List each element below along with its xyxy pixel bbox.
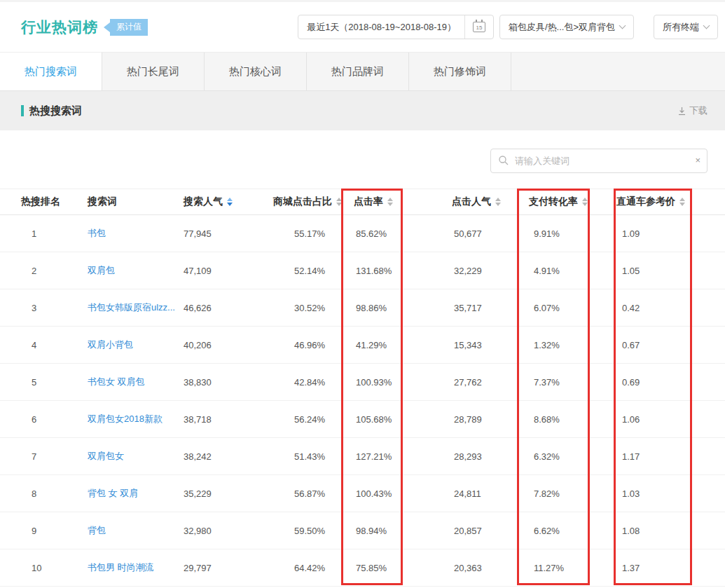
cell-keyword: 书包 <box>88 227 184 240</box>
column-header-mall_click_ratio[interactable]: 商城点击占比 <box>273 196 354 208</box>
tab-modifier[interactable]: 热门修饰词 <box>409 53 511 90</box>
cell-rank: 9 <box>21 526 88 536</box>
sort-icon[interactable] <box>582 198 588 206</box>
cell-pay_conversion: 1.32% <box>529 340 616 350</box>
cell-mall_click_ratio: 42.84% <box>273 377 354 388</box>
column-header-label: 支付转化率 <box>529 196 578 208</box>
table-header: 热搜排名搜索词搜索人气商城点击占比点击率点击人气支付转化率直通车参考价 <box>0 189 725 215</box>
cell-ctr: 100.93% <box>354 377 452 388</box>
cell-keyword: 背包 女 双肩 <box>88 487 184 500</box>
tab-long-tail[interactable]: 热门长尾词 <box>102 53 205 90</box>
column-header-label: 搜索人气 <box>184 196 223 208</box>
cell-ctr: 127.21% <box>354 451 452 462</box>
cell-rank: 8 <box>21 488 88 499</box>
cell-ztc_ref_price: 1.05 <box>616 266 704 276</box>
cell-click_popularity: 28,293 <box>452 451 529 462</box>
cell-click_popularity: 32,229 <box>452 266 529 276</box>
cell-ztc_ref_price: 1.06 <box>616 414 704 425</box>
sort-icon[interactable] <box>387 198 393 206</box>
keyword-link[interactable]: 双肩包女 <box>88 451 124 461</box>
cell-search_popularity: 38,718 <box>184 414 273 425</box>
keyword-link[interactable]: 书包男 时尚潮流 <box>88 562 154 573</box>
section-title-accent-bar <box>21 105 24 116</box>
sort-icon[interactable] <box>227 198 233 206</box>
cell-mall_click_ratio: 56.24% <box>273 414 354 425</box>
keyword-search-box: × <box>490 149 707 173</box>
cell-pay_conversion: 6.07% <box>529 303 616 313</box>
keyword-link[interactable]: 双肩小背包 <box>88 339 133 350</box>
table-row: 2双肩包47,10952.14%131.68%32,2294.91%1.05 <box>0 252 725 289</box>
cell-ztc_ref_price: 1.03 <box>616 488 704 499</box>
column-header-label: 点击率 <box>354 196 383 208</box>
table-row: 7双肩包女38,24251.43%127.21%28,2936.32%1.17 <box>0 438 725 475</box>
keyword-link[interactable]: 书包女韩版原宿ulzz... <box>88 302 175 313</box>
cell-click_popularity: 20,857 <box>452 526 529 536</box>
cell-pay_conversion: 7.82% <box>529 488 616 499</box>
cell-pay_conversion: 9.91% <box>529 228 616 239</box>
column-header-click_popularity[interactable]: 点击人气 <box>452 196 529 208</box>
cell-mall_click_ratio: 30.52% <box>273 303 354 313</box>
tab-hot-search[interactable]: 热门搜索词 <box>0 53 102 90</box>
cell-mall_click_ratio: 55.17% <box>273 228 354 239</box>
cell-pay_conversion: 6.32% <box>529 451 616 462</box>
cell-ctr: 98.86% <box>354 303 452 313</box>
table-row: 6双肩包女2018新款38,71856.24%105.68%28,7898.68… <box>0 401 725 438</box>
keyword-link[interactable]: 背包 女 双肩 <box>88 488 138 498</box>
cell-ctr: 98.94% <box>354 526 452 536</box>
cell-click_popularity: 27,762 <box>452 377 529 388</box>
column-header-search_popularity[interactable]: 搜索人气 <box>184 196 273 208</box>
table-row: 3书包女韩版原宿ulzz...46,62630.52%98.86%35,7176… <box>0 289 725 327</box>
column-header-label: 直通车参考价 <box>616 196 675 208</box>
cell-rank: 3 <box>21 303 88 313</box>
calendar-icon: 15 <box>473 22 485 32</box>
hot-words-table: 热搜排名搜索词搜索人气商城点击占比点击率点击人气支付转化率直通车参考价 1书包7… <box>0 189 725 587</box>
industry-hot-words-page: 行业热词榜 累计值 最近1天（2018-08-19~2018-08-19） 15… <box>0 0 725 588</box>
cell-pay_conversion: 11.27% <box>529 563 616 573</box>
cell-search_popularity: 46,626 <box>184 303 273 313</box>
column-header-keyword: 搜索词 <box>88 196 184 208</box>
cell-mall_click_ratio: 52.14% <box>273 266 354 276</box>
keyword-link[interactable]: 书包女 双肩包 <box>88 376 145 387</box>
cell-click_popularity: 50,677 <box>452 228 529 239</box>
column-header-ztc_ref_price[interactable]: 直通车参考价 <box>616 196 704 208</box>
date-range-picker[interactable]: 最近1天（2018-08-19~2018-08-19） 15 <box>298 15 494 39</box>
cell-pay_conversion: 7.37% <box>529 377 616 388</box>
cell-click_popularity: 15,343 <box>452 340 529 350</box>
sort-icon[interactable] <box>336 198 342 206</box>
keyword-link[interactable]: 双肩包女2018新款 <box>88 413 163 424</box>
column-header-ctr[interactable]: 点击率 <box>354 196 452 208</box>
sort-icon[interactable] <box>679 198 685 206</box>
download-button[interactable]: 下载 <box>677 104 707 117</box>
sort-icon[interactable] <box>495 198 501 206</box>
keyword-link[interactable]: 双肩包 <box>88 265 115 275</box>
tab-core[interactable]: 热门核心词 <box>205 53 307 90</box>
keyword-link[interactable]: 背包 <box>88 525 106 535</box>
cell-search_popularity: 47,109 <box>184 266 273 276</box>
cell-click_popularity: 28,789 <box>452 414 529 425</box>
table-row: 8背包 女 双肩35,22956.87%100.43%24,8117.82%1.… <box>0 475 725 512</box>
column-header-pay_conversion[interactable]: 支付转化率 <box>529 196 616 208</box>
keyword-link[interactable]: 书包 <box>88 228 106 238</box>
cell-ctr: 105.68% <box>354 414 452 425</box>
cell-keyword: 双肩包 <box>88 264 184 277</box>
cell-search_popularity: 38,242 <box>184 451 273 462</box>
main-content: × 热搜排名搜索词搜索人气商城点击占比点击率点击人气支付转化率直通车参考价 1书… <box>0 130 725 587</box>
cell-mall_click_ratio: 59.50% <box>273 526 354 536</box>
section-header: 热搜搜索词 下载 <box>0 91 725 130</box>
cell-rank: 10 <box>21 563 88 573</box>
cell-pay_conversion: 8.68% <box>529 414 616 425</box>
column-header-label: 点击人气 <box>452 196 491 208</box>
cell-ctr: 75.85% <box>354 563 452 573</box>
terminal-filter-dropdown[interactable]: 所有终端 <box>654 15 718 39</box>
page-title: 行业热词榜 <box>21 18 98 37</box>
cell-rank: 4 <box>21 340 88 350</box>
tab-brand[interactable]: 热门品牌词 <box>307 53 409 90</box>
category-filter-dropdown[interactable]: 箱包皮具/热...包>双肩背包 <box>499 15 634 39</box>
search-input[interactable] <box>490 149 707 173</box>
cell-ztc_ref_price: 1.37 <box>616 563 704 573</box>
column-header-label: 热搜排名 <box>21 196 60 208</box>
clear-search-icon[interactable]: × <box>695 154 700 167</box>
cell-search_popularity: 29,797 <box>184 563 273 573</box>
badge-arrow-icon <box>104 22 110 32</box>
calendar-button[interactable]: 15 <box>465 15 493 39</box>
